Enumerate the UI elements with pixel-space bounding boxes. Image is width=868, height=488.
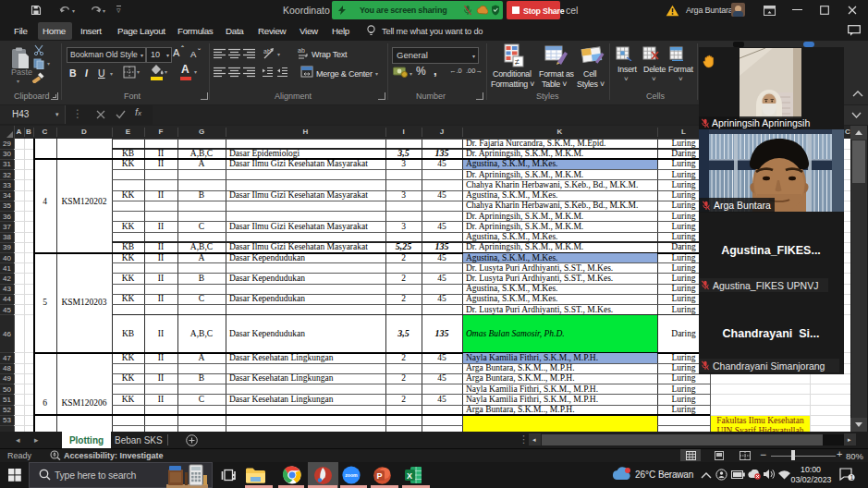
svg-text:X: X	[407, 471, 412, 481]
svg-text:P: P	[377, 471, 383, 481]
svg-text:ab: ab	[263, 48, 271, 55]
svg-text:zoom: zoom	[345, 472, 358, 478]
svg-text:≠: ≠	[515, 57, 520, 67]
svg-text:ab: ab	[298, 47, 305, 54]
svg-text:1: 1	[850, 474, 854, 481]
